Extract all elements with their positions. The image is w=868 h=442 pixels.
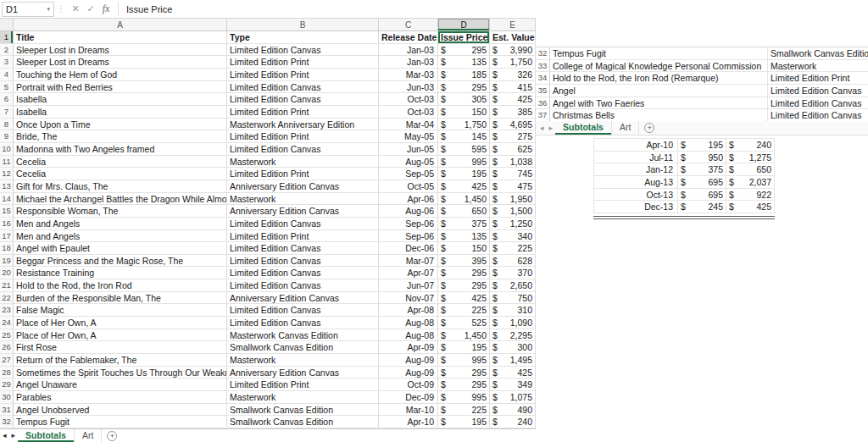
cell-type[interactable]: Smallwork Canvas Edition <box>227 341 379 354</box>
row-number-1[interactable]: 1 <box>0 31 14 44</box>
cell-release-date[interactable]: Jan-03 <box>379 56 438 69</box>
cell-type[interactable]: Smallwork Canvas Edition <box>227 404 379 417</box>
cell-date[interactable]: Jan-12 <box>593 163 678 175</box>
row-number[interactable]: 19 <box>0 255 14 268</box>
cell-est-value[interactable]: $ 310 <box>490 304 536 317</box>
cell-type[interactable]: Limited Edition Print <box>227 106 379 119</box>
cell-title[interactable]: Bride, The <box>14 130 227 143</box>
cell-issue-price[interactable]: $ 525 <box>438 317 490 329</box>
cell-issue-price[interactable]: $ 295 <box>438 267 490 279</box>
cell-title[interactable]: Sometimes the Spirit Touches Us Through … <box>14 367 227 379</box>
row-number[interactable]: 13 <box>0 180 14 193</box>
cell-title[interactable]: Angel with Two Faeries <box>550 97 768 109</box>
cell-date[interactable]: Oct-13 <box>593 189 678 201</box>
row-number[interactable]: 15 <box>0 205 14 218</box>
row-number[interactable]: 36 <box>536 97 550 109</box>
cell-type[interactable]: Limited Edition Print <box>227 378 379 391</box>
cell-release-date[interactable]: Oct-05 <box>379 180 438 193</box>
secondary-tab-art[interactable]: Art <box>612 121 639 135</box>
cell-type[interactable]: Masterwork <box>227 156 379 169</box>
row-number[interactable]: 25 <box>0 329 14 342</box>
row-number[interactable]: 12 <box>0 168 14 180</box>
cell-est-value[interactable]: $ 425 <box>490 367 536 379</box>
row-number[interactable]: 32 <box>0 416 14 428</box>
cell-release-date[interactable]: Aug-06 <box>379 205 438 218</box>
cell-title[interactable]: Hold to the Rod, the Iron Rod (Remarque) <box>550 72 768 84</box>
row-number[interactable]: 16 <box>0 218 14 230</box>
cell-type[interactable]: Masterwork <box>227 193 379 206</box>
row-number[interactable]: 4 <box>0 69 14 81</box>
row-number[interactable]: 31 <box>0 404 14 417</box>
row-number[interactable]: 27 <box>0 354 14 367</box>
cell-issue-price[interactable]: $ 1,750 <box>438 119 490 131</box>
cell-issue-price[interactable]: $ 950 <box>678 152 726 163</box>
secondary-sheet-nav-prev-icon[interactable]: ◂ <box>537 121 547 135</box>
cell-issue-price[interactable]: $ 185 <box>438 69 490 81</box>
cell-issue-price[interactable]: $ 695 <box>678 189 726 201</box>
cell-title[interactable]: Parables <box>14 391 227 404</box>
column-header-d[interactable]: D <box>438 19 490 30</box>
cell-date[interactable]: Dec-13 <box>593 201 678 213</box>
cell-est-value[interactable]: $ 2,650 <box>490 279 536 292</box>
cell-type[interactable]: Anniversary Edition Canvas <box>227 205 379 218</box>
cell-type-header[interactable]: Type <box>227 31 379 44</box>
secondary-add-sheet-icon[interactable]: + <box>644 123 654 133</box>
cell-type[interactable]: Limited Edition Print <box>227 69 379 81</box>
cell-est-value[interactable]: $ 1,038 <box>490 156 536 169</box>
cell-release-date[interactable]: Mar-03 <box>379 69 438 81</box>
cell-est-value[interactable]: $ 490 <box>490 404 536 417</box>
name-box[interactable]: D1 ▾ <box>2 2 54 17</box>
tab-art[interactable]: Art <box>75 429 102 442</box>
cell-title[interactable]: False Magic <box>14 304 227 317</box>
cell-type[interactable]: Smallwork Canvas Edition <box>768 47 868 59</box>
cell-est-value[interactable]: $ 300 <box>490 341 536 354</box>
row-number[interactable]: 8 <box>0 119 14 131</box>
cell-est-value[interactable]: $ 326 <box>490 69 536 81</box>
cell-issue-price[interactable]: $ 295 <box>438 378 490 391</box>
tab-subtotals[interactable]: Subtotals <box>18 429 75 442</box>
row-number[interactable]: 20 <box>0 267 14 279</box>
cell-issue-price[interactable]: $ 295 <box>438 81 490 94</box>
cell-title[interactable]: College of Magical Knowledge Personal Co… <box>550 60 768 72</box>
cell-title[interactable]: Once Upon a Time <box>14 119 227 131</box>
cell-release-date[interactable]: Nov-07 <box>379 292 438 305</box>
cell-est-value[interactable]: $ 1,495 <box>490 354 536 367</box>
cell-title[interactable]: Burden of the Responsible Man, The <box>14 292 227 305</box>
row-number[interactable]: 33 <box>536 60 550 72</box>
cell-type[interactable]: Limited Edition Print <box>227 56 379 69</box>
cell-est-value[interactable]: $ 628 <box>490 255 536 268</box>
cell-release-date[interactable]: Mar-10 <box>379 404 438 417</box>
cell-release-date[interactable]: Sep-06 <box>379 218 438 230</box>
cell-title[interactable]: Madonna with Two Angeles framed <box>14 143 227 156</box>
cell-title[interactable]: Return of the Fablemaker, The <box>14 354 227 367</box>
cell-est-value[interactable]: $ 275 <box>490 130 536 143</box>
cell-title-header[interactable]: Title <box>14 31 227 44</box>
cell-release-date[interactable]: Aug-09 <box>379 354 438 367</box>
cell-date[interactable]: Aug-13 <box>593 176 678 188</box>
cell-title[interactable]: Isabella <box>14 93 227 106</box>
cell-release-date[interactable]: Oct-09 <box>379 378 438 391</box>
cell-est-value[interactable]: $ 240 <box>490 416 536 428</box>
cell-est-value[interactable]: $ 425 <box>726 201 775 213</box>
cell-type[interactable]: Masterwork <box>227 391 379 404</box>
cell-release-date-header[interactable]: Release Date <box>379 31 438 44</box>
cell-title[interactable]: Angel Unaware <box>14 378 227 391</box>
cell-release-date[interactable]: Oct-03 <box>379 106 438 119</box>
cell-title[interactable]: Portrait with Red Berries <box>14 81 227 94</box>
cell-est-value[interactable]: $ 625 <box>490 143 536 156</box>
cell-est-value[interactable]: $ 750 <box>490 292 536 305</box>
cell-title[interactable]: Michael the Archangel Battles the Dragon… <box>14 193 227 206</box>
cell-issue-price[interactable]: $ 425 <box>438 292 490 305</box>
cell-type[interactable]: Limited Edition Canvas <box>227 143 379 156</box>
cell-title[interactable]: Resistance Training <box>14 267 227 279</box>
cell-release-date[interactable]: Apr-06 <box>379 193 438 206</box>
row-number[interactable]: 32 <box>536 47 550 59</box>
cell-type[interactable]: Anniversary Edition Canvas <box>227 367 379 379</box>
cell-release-date[interactable]: Jun-05 <box>379 143 438 156</box>
row-number[interactable]: 10 <box>0 143 14 156</box>
row-number[interactable]: 24 <box>0 317 14 329</box>
cell-type[interactable]: Limited Edition Canvas <box>227 304 379 317</box>
cell-est-value[interactable]: $ 2,295 <box>490 329 536 342</box>
cell-title[interactable]: Tempus Fugit <box>14 416 227 428</box>
row-number[interactable]: 18 <box>0 242 14 255</box>
